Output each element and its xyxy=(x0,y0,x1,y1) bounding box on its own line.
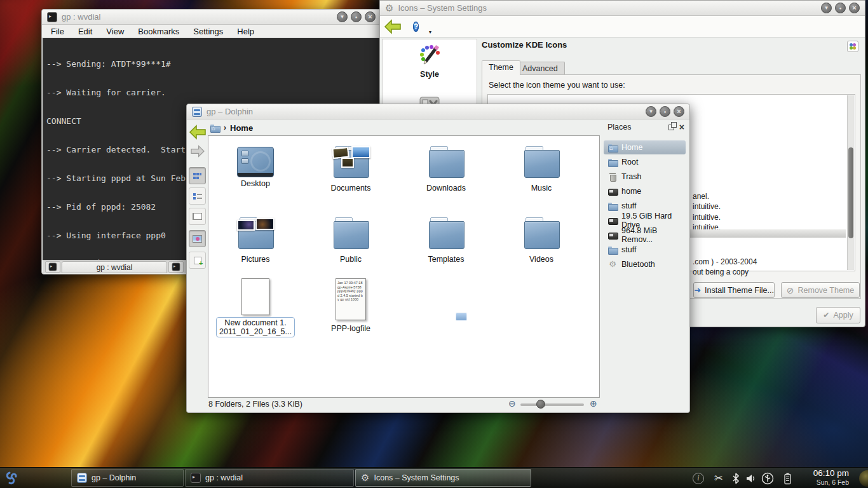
theme-list-item[interactable]: out being a copy xyxy=(693,268,749,276)
places-item-removable[interactable]: 964.8 MiB Remov... xyxy=(604,228,686,242)
terminal-tab[interactable]: gp : wvdial xyxy=(62,261,167,273)
folder-item[interactable]: Public xyxy=(306,214,395,264)
places-label: Home xyxy=(621,143,642,152)
maximize-button[interactable] xyxy=(351,11,362,22)
folder-item[interactable]: Downloads xyxy=(402,142,491,193)
task-dolphin[interactable]: gp – Dolphin xyxy=(71,469,184,487)
terminal-icon xyxy=(49,263,57,271)
float-panel-icon[interactable] xyxy=(668,125,674,130)
bluetooth-icon[interactable] xyxy=(728,468,743,488)
apply-button[interactable]: ✔ Apply xyxy=(816,307,860,323)
usb-device-notifier-icon[interactable] xyxy=(759,468,776,488)
clock[interactable]: 06:10 pm Sun, 6 Feb xyxy=(799,468,850,487)
battery-icon[interactable] xyxy=(779,468,796,488)
task-system-settings[interactable]: ⚙ Icons – System Settings xyxy=(355,469,531,487)
task-wvdial[interactable]: gp : wvdial xyxy=(185,469,354,487)
places-label: stuff xyxy=(621,245,636,254)
close-button[interactable] xyxy=(365,11,376,22)
task-label: gp – Dolphin xyxy=(92,473,136,482)
forward-button[interactable] xyxy=(189,144,206,158)
info-tray-icon[interactable]: i xyxy=(690,468,707,488)
minimize-button[interactable] xyxy=(821,3,832,13)
menu-file[interactable]: File xyxy=(51,27,64,36)
icons-view-button[interactable] xyxy=(189,167,206,184)
places-item-trash[interactable]: Trash xyxy=(604,170,686,184)
breadcrumb-home[interactable]: Home xyxy=(230,123,253,133)
file-item[interactable]: Jan 17 09:47:18 gp-Aspire-5738 pppd[1946… xyxy=(306,278,395,333)
text-file-preview-icon: Jan 17 09:47:18 gp-Aspire-5738 pppd[1946… xyxy=(336,278,366,320)
places-item-bluetooth[interactable]: ⚙ Bluetooth xyxy=(604,257,686,271)
places-item-hard-drive[interactable]: 19.5 GiB Hard Drive xyxy=(604,214,686,227)
new-tab-button[interactable] xyxy=(45,261,60,273)
home-folder-icon[interactable]: ⌂ xyxy=(210,123,220,133)
minimize-button[interactable] xyxy=(337,11,348,22)
file-item-selected[interactable]: New document 1.2011_01_20_16_5... xyxy=(211,278,300,337)
menu-bookmarks[interactable]: Bookmarks xyxy=(138,27,179,36)
folder-label: Music xyxy=(497,184,586,193)
gear-icon: ⚙ xyxy=(385,3,393,13)
panel-toolbox-icon[interactable] xyxy=(859,470,868,487)
hard-drive-icon xyxy=(607,215,618,226)
close-button[interactable] xyxy=(674,106,684,117)
split-view-button[interactable] xyxy=(189,252,206,269)
scrollbar[interactable] xyxy=(847,95,854,270)
zoom-slider-track[interactable] xyxy=(520,403,584,406)
clock-time: 06:10 pm xyxy=(799,468,849,478)
folder-item[interactable]: Pictures xyxy=(211,214,300,264)
folder-view[interactable]: Desktop Documents Downloads Music Pictur… xyxy=(208,135,600,398)
back-button[interactable] xyxy=(384,19,402,37)
system-settings-titlebar[interactable]: ⚙ Icons – System Settings xyxy=(380,1,865,16)
maximize-button[interactable] xyxy=(835,3,846,13)
tab-theme[interactable]: Theme xyxy=(482,60,520,75)
menu-help[interactable]: Help xyxy=(237,27,254,36)
minimize-button[interactable] xyxy=(646,106,656,117)
detach-tab-button[interactable] xyxy=(168,261,184,273)
details-view-button[interactable] xyxy=(189,187,206,205)
close-panel-icon[interactable]: × xyxy=(679,123,684,131)
folder-item[interactable]: Videos xyxy=(497,214,586,264)
dolphin-titlebar[interactable]: gp – Dolphin xyxy=(187,104,689,119)
folder-item[interactable]: Documents xyxy=(306,142,395,193)
folder-item[interactable]: Desktop xyxy=(211,142,300,188)
sidebar-item-style[interactable]: Style xyxy=(383,39,477,79)
theme-list-item[interactable]: intuitive. xyxy=(693,213,721,222)
folder-item[interactable]: Music xyxy=(497,142,586,193)
menu-edit[interactable]: Edit xyxy=(78,27,92,36)
document-file-icon xyxy=(241,278,269,315)
tab-advanced[interactable]: Advanced xyxy=(515,62,565,75)
back-button[interactable] xyxy=(188,124,207,140)
preview-button[interactable] xyxy=(189,230,206,247)
zoom-in-icon[interactable]: ⊕ xyxy=(590,398,597,409)
back-arrow-icon xyxy=(384,19,402,34)
scrollbar-thumb[interactable] xyxy=(848,147,853,238)
terminal-titlebar[interactable]: gp : wvdial xyxy=(42,10,381,25)
split-view-icon xyxy=(194,257,201,264)
remove-theme-button[interactable]: ⊘ Remove Theme xyxy=(781,282,860,298)
zoom-out-icon[interactable]: ⊖ xyxy=(508,398,516,409)
menu-view[interactable]: View xyxy=(106,27,124,36)
system-settings-title: Icons – System Settings xyxy=(398,3,486,13)
volume-icon[interactable] xyxy=(743,468,759,488)
menu-settings[interactable]: Settings xyxy=(193,27,223,36)
places-item-stuff[interactable]: stuff xyxy=(604,199,686,213)
page-title: Customize KDE Icons xyxy=(482,40,567,50)
places-item-home[interactable]: ⌂ Home xyxy=(604,140,686,154)
places-item-home-drive[interactable]: home xyxy=(604,184,686,198)
app-launcher-button[interactable] xyxy=(2,468,22,487)
theme-list-item[interactable]: anel. xyxy=(693,192,709,201)
places-item-root[interactable]: Root xyxy=(604,155,686,169)
theme-list-item[interactable]: .com ) - 2003-2004 xyxy=(693,257,757,266)
close-button[interactable] xyxy=(849,3,860,13)
install-theme-button[interactable]: ➜ Install Theme File... xyxy=(693,282,775,298)
help-button[interactable]: ? ▾ xyxy=(413,20,427,34)
dolphin-title: gp – Dolphin xyxy=(207,107,253,116)
klipper-scissors-icon[interactable]: ✂ xyxy=(710,468,727,488)
places-label: Trash xyxy=(621,172,642,181)
folder-item[interactable]: Templates xyxy=(402,214,491,264)
columns-view-button[interactable] xyxy=(189,208,206,225)
maximize-button[interactable] xyxy=(660,106,670,117)
zoom-slider-handle[interactable] xyxy=(536,400,545,409)
theme-list-item[interactable]: intuitive. xyxy=(693,202,721,211)
terminal-icon xyxy=(47,12,57,22)
places-item-stuff2[interactable]: stuff xyxy=(604,243,686,257)
